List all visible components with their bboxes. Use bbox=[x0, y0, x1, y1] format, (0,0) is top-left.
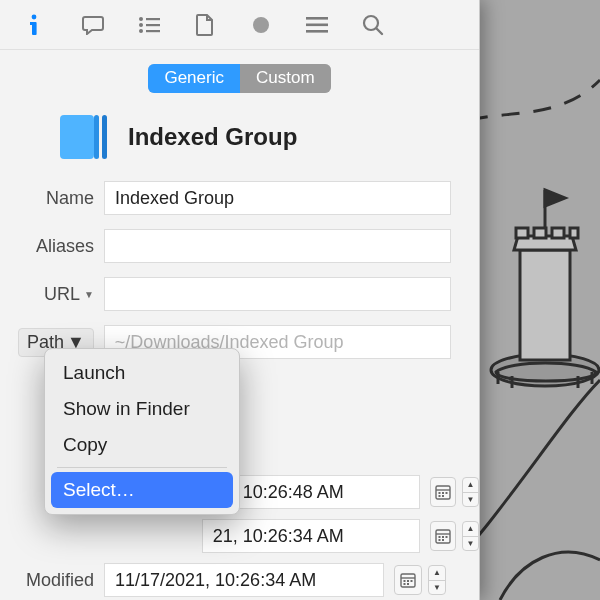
date-field-2[interactable]: 21, 10:26:34 AM bbox=[202, 519, 420, 553]
item-header: Indexed Group bbox=[0, 111, 479, 181]
aliases-field[interactable] bbox=[104, 229, 451, 263]
svg-line-21 bbox=[377, 28, 383, 34]
svg-rect-34 bbox=[438, 539, 440, 541]
calendar-button[interactable] bbox=[430, 477, 456, 507]
svg-rect-33 bbox=[445, 536, 447, 538]
svg-rect-17 bbox=[306, 17, 328, 20]
svg-rect-24 bbox=[438, 492, 440, 494]
modified-label: Modified bbox=[0, 570, 104, 591]
svg-point-16 bbox=[253, 17, 269, 33]
svg-rect-13 bbox=[146, 18, 160, 20]
svg-rect-18 bbox=[306, 23, 328, 26]
svg-rect-41 bbox=[404, 583, 406, 585]
svg-rect-26 bbox=[445, 492, 447, 494]
segmented-control: Generic Custom bbox=[0, 50, 479, 111]
calendar-button[interactable] bbox=[394, 565, 422, 595]
svg-rect-35 bbox=[442, 539, 444, 541]
svg-point-11 bbox=[139, 23, 143, 27]
svg-rect-25 bbox=[442, 492, 444, 494]
name-field[interactable]: Indexed Group bbox=[104, 181, 451, 215]
svg-rect-14 bbox=[146, 24, 160, 26]
menu-separator bbox=[57, 467, 227, 468]
url-label[interactable]: URL▼ bbox=[0, 284, 104, 305]
modified-field[interactable]: 11/17/2021, 10:26:34 AM bbox=[104, 563, 384, 597]
menu-item-show-in-finder[interactable]: Show in Finder bbox=[45, 391, 239, 427]
svg-rect-4 bbox=[552, 228, 564, 238]
menu-item-copy[interactable]: Copy bbox=[45, 427, 239, 463]
info-icon[interactable] bbox=[26, 14, 48, 36]
svg-rect-15 bbox=[146, 30, 160, 32]
svg-rect-28 bbox=[442, 495, 444, 497]
tag-icon[interactable] bbox=[250, 14, 272, 36]
lines-icon[interactable] bbox=[306, 14, 328, 36]
chevron-down-icon: ▼ bbox=[84, 289, 94, 300]
path-context-menu: Launch Show in Finder Copy Select… bbox=[44, 348, 240, 515]
document-icon[interactable] bbox=[194, 14, 216, 36]
comment-icon[interactable] bbox=[82, 14, 104, 36]
svg-point-10 bbox=[139, 17, 143, 21]
calendar-button[interactable] bbox=[430, 521, 456, 551]
svg-rect-5 bbox=[570, 228, 578, 238]
aliases-label: Aliases bbox=[0, 236, 104, 257]
svg-rect-38 bbox=[404, 580, 406, 582]
svg-rect-19 bbox=[306, 30, 328, 33]
svg-rect-40 bbox=[411, 580, 413, 582]
svg-rect-32 bbox=[442, 536, 444, 538]
menu-item-launch[interactable]: Launch bbox=[45, 355, 239, 391]
list-icon[interactable] bbox=[138, 14, 160, 36]
svg-rect-39 bbox=[407, 580, 409, 582]
svg-rect-31 bbox=[438, 536, 440, 538]
svg-point-7 bbox=[32, 14, 37, 19]
search-icon[interactable] bbox=[362, 14, 384, 36]
date-stepper[interactable]: ▲▼ bbox=[462, 521, 479, 551]
svg-rect-2 bbox=[516, 228, 528, 238]
svg-rect-42 bbox=[407, 583, 409, 585]
segment-generic[interactable]: Generic bbox=[148, 64, 240, 93]
svg-point-12 bbox=[139, 29, 143, 33]
date-stepper[interactable]: ▲▼ bbox=[428, 565, 446, 595]
item-title: Indexed Group bbox=[128, 123, 297, 151]
menu-item-select[interactable]: Select… bbox=[51, 472, 233, 508]
svg-rect-3 bbox=[534, 228, 546, 238]
url-field[interactable] bbox=[104, 277, 451, 311]
date-stepper[interactable]: ▲▼ bbox=[462, 477, 479, 507]
svg-rect-9 bbox=[30, 22, 34, 25]
svg-rect-27 bbox=[438, 495, 440, 497]
segment-custom[interactable]: Custom bbox=[240, 64, 331, 93]
name-label: Name bbox=[0, 188, 104, 209]
inspector-toolbar bbox=[0, 0, 479, 50]
group-icon bbox=[60, 115, 110, 159]
